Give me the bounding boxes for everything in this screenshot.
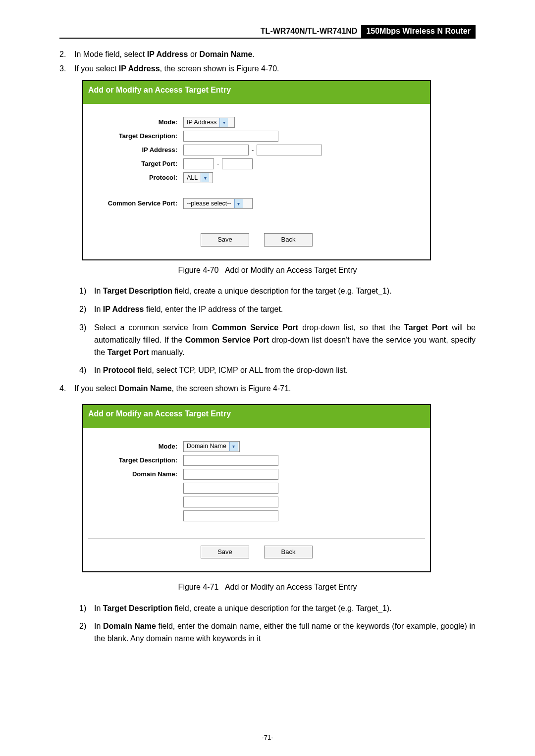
bold-text: Domain Name — [119, 384, 172, 393]
mode-label: Mode: — [88, 117, 177, 127]
target-port-start-input[interactable] — [183, 158, 214, 169]
substep-number: 3) — [79, 322, 94, 358]
chevron-down-icon: ▾ — [234, 199, 243, 208]
text: , the screen shown is Figure 4-70. — [160, 64, 279, 73]
common-service-port-select[interactable]: --please select-- ▾ — [183, 198, 253, 209]
step-4: 4. If you select Domain Name, the screen… — [59, 383, 476, 395]
bold-text: Domain Name — [103, 622, 156, 630]
step-number: 4. — [59, 383, 74, 395]
substep-3-4: 4) In Protocol field, select TCP, UDP, I… — [79, 364, 476, 377]
save-button[interactable]: Save — [201, 233, 249, 246]
router-name: 150Mbps Wireless N Router — [361, 25, 476, 38]
bold-text: Target Port — [107, 348, 149, 356]
text: field, create a unique description for t… — [172, 604, 392, 612]
back-button[interactable]: Back — [264, 233, 313, 246]
text: In Mode field, select — [74, 50, 147, 58]
text: If you select — [74, 64, 119, 73]
domain-name-input-2[interactable] — [183, 483, 278, 494]
target-port-end-input[interactable] — [222, 158, 253, 169]
target-description-label: Target Description: — [88, 455, 177, 465]
bold-text: Target Port — [404, 323, 448, 332]
substep-number: 2) — [79, 620, 94, 645]
text: field, select TCP, UDP, ICMP or ALL from… — [135, 366, 348, 374]
step-number: 3. — [59, 63, 74, 75]
text: In — [94, 305, 103, 313]
text: In — [94, 604, 103, 612]
bold-text: Common Service Port — [212, 323, 298, 332]
caption-text: Add or Modify an Access Target Entry — [225, 266, 357, 274]
text: manually. — [149, 348, 185, 356]
save-button[interactable]: Save — [201, 546, 249, 558]
bold-text: Domain Name — [200, 50, 253, 58]
text: field, enter the IP address of the targe… — [144, 305, 283, 313]
back-button[interactable]: Back — [264, 546, 313, 558]
common-service-port-label: Common Service Port: — [88, 199, 177, 208]
substep-number: 4) — [79, 364, 94, 377]
substep-3-2: 2) In IP Address field, enter the IP add… — [79, 303, 476, 316]
bold-text: IP Address — [119, 64, 160, 73]
target-description-input[interactable] — [183, 131, 278, 142]
chevron-down-icon: ▾ — [229, 442, 238, 451]
page-number: -71- — [0, 734, 535, 741]
domain-name-input-4[interactable] — [183, 510, 278, 521]
select-value: Domain Name — [184, 442, 229, 451]
bold-text: IP Address — [147, 50, 188, 58]
step-number: 2. — [59, 49, 74, 61]
substep-4-1: 1) In Target Description field, create a… — [79, 603, 476, 615]
caption-text: Add or Modify an Access Target Entry — [225, 583, 357, 591]
text: In — [94, 622, 103, 630]
select-value: ALL — [184, 173, 201, 183]
substep-4-2: 2) In Domain Name field, enter the domai… — [79, 620, 476, 645]
text: If you select — [74, 384, 119, 393]
mode-select[interactable]: IP Address ▾ — [183, 117, 235, 128]
bold-text: Target Description — [103, 287, 172, 295]
mode-label: Mode: — [88, 442, 177, 452]
target-description-label: Target Description: — [88, 131, 177, 141]
substep-3-3: 3) Select a common service from Common S… — [79, 322, 476, 358]
bold-text: Protocol — [103, 366, 135, 374]
domain-name-input-1[interactable] — [183, 469, 278, 480]
step-3: 3. If you select IP Address, the screen … — [59, 63, 476, 75]
chevron-down-icon: ▾ — [219, 118, 228, 127]
range-dash: - — [217, 159, 219, 169]
text: or — [188, 50, 199, 58]
figure-4-71: Add or Modify an Access Target Entry Mod… — [82, 404, 431, 572]
text: Select a common service from — [94, 323, 212, 332]
figure-4-71-caption: Figure 4-71 Add or Modify an Access Targ… — [59, 581, 476, 594]
substep-number: 2) — [79, 303, 94, 316]
range-dash: - — [252, 145, 254, 155]
ip-address-end-input[interactable] — [257, 145, 322, 155]
substep-number: 1) — [79, 285, 94, 298]
text: In — [94, 366, 103, 374]
substep-3-1: 1) In Target Description field, create a… — [79, 285, 476, 298]
substep-number: 1) — [79, 603, 94, 615]
model-number: TL-WR740N/TL-WR741ND — [257, 25, 362, 38]
header: TL-WR740N/TL-WR741ND 150Mbps Wireless N … — [59, 25, 476, 39]
select-value: IP Address — [184, 118, 219, 127]
text: field, create a unique description for t… — [172, 287, 392, 295]
step-2: 2. In Mode field, select IP Address or D… — [59, 49, 476, 61]
protocol-select[interactable]: ALL ▾ — [183, 172, 213, 183]
figure-title: Add or Modify an Access Target Entry — [83, 405, 430, 429]
figure-4-70: Add or Modify an Access Target Entry Mod… — [82, 80, 431, 260]
ip-address-label: IP Address: — [88, 145, 177, 155]
protocol-label: Protocol: — [88, 173, 177, 183]
caption-number: Figure 4-71 — [178, 583, 221, 591]
ip-address-start-input[interactable] — [183, 145, 249, 155]
select-value: --please select-- — [184, 199, 234, 208]
caption-number: Figure 4-70 — [178, 266, 221, 274]
text: drop-down list, so that the — [298, 323, 404, 332]
bold-text: Target Description — [103, 604, 172, 612]
target-description-input[interactable] — [183, 455, 278, 466]
target-port-label: Target Port: — [88, 159, 177, 169]
text: , the screen shown is Figure 4-71. — [172, 384, 291, 393]
bold-text: Common Service Port — [185, 336, 269, 344]
figure-4-70-caption: Figure 4-70 Add or Modify an Access Targ… — [59, 264, 476, 277]
text: . — [252, 50, 254, 58]
domain-name-input-3[interactable] — [183, 497, 278, 507]
text: In — [94, 287, 103, 295]
chevron-down-icon: ▾ — [201, 173, 209, 182]
mode-select[interactable]: Domain Name ▾ — [183, 441, 240, 452]
bold-text: IP Address — [103, 305, 144, 313]
figure-title: Add or Modify an Access Target Entry — [83, 81, 430, 105]
